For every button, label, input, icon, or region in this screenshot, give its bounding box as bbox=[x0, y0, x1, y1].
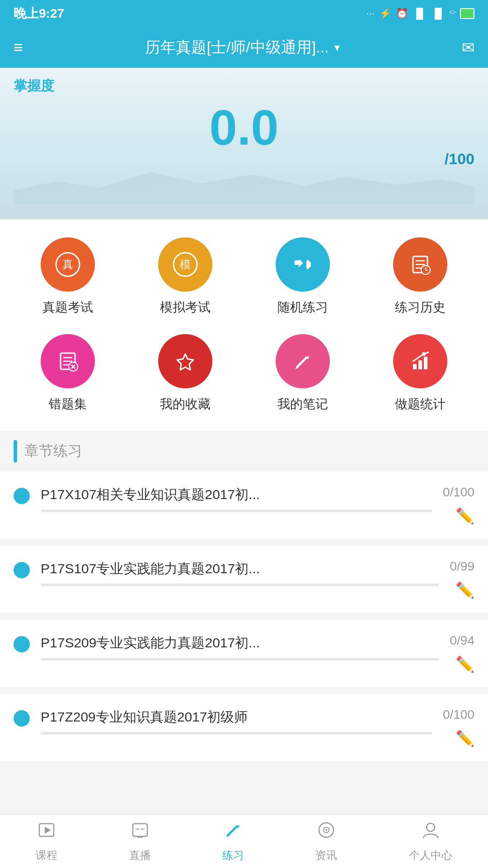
status-icons: ··· ⚡ ⏰ ▐▌ ▐▌ ⌔ ▓ bbox=[366, 8, 474, 19]
zhen-ti-icon: 真 bbox=[41, 237, 95, 292]
shou-cang-icon bbox=[158, 334, 212, 388]
icon-row-2: 错题集 我的收藏 我的笔记 bbox=[9, 334, 479, 413]
chapter-title: 章节练习 bbox=[24, 441, 82, 461]
list-text-area: P17X107相关专业知识真题2017初... bbox=[41, 485, 432, 512]
zhen-ti-label: 真题考试 bbox=[42, 299, 93, 316]
nav-ge-ren-label: 个人中心 bbox=[409, 848, 452, 863]
score-section: 掌握度 0.0 /100 bbox=[0, 68, 488, 219]
chapter-header: 章节练习 bbox=[0, 431, 488, 472]
svg-rect-23 bbox=[413, 364, 417, 369]
list-progress-bar bbox=[41, 584, 439, 586]
icon-row-1: 真 真题考试 模 模拟考试 随机练 bbox=[9, 237, 479, 316]
zhi-bo-icon bbox=[130, 820, 150, 844]
cuo-ti-icon bbox=[41, 334, 95, 388]
mo-ni-icon: 模 bbox=[158, 237, 212, 292]
chapter-bar-decoration bbox=[14, 440, 17, 462]
list-progress-bar bbox=[41, 658, 439, 660]
tong-ji-item[interactable]: 做题统计 bbox=[371, 334, 470, 413]
signal2-icon: ▐▌ bbox=[431, 8, 445, 19]
list-right: 0/94 ✏️ bbox=[450, 633, 475, 673]
shou-cang-item[interactable]: 我的收藏 bbox=[136, 334, 235, 413]
status-bar: 晚上9:27 ··· ⚡ ⏰ ▐▌ ▐▌ ⌔ ▓ bbox=[0, 0, 488, 27]
list-text-area: P17S107专业实践能力真题2017初... bbox=[41, 559, 439, 586]
status-time: 晚上9:27 bbox=[14, 5, 64, 22]
bi-ji-icon bbox=[276, 334, 330, 388]
lian-xi-svg bbox=[407, 251, 434, 278]
nav-zhi-bo[interactable]: 直播 bbox=[129, 816, 151, 867]
tong-ji-icon bbox=[393, 334, 447, 388]
list-title: P17S209专业实践能力真题2017初... bbox=[41, 633, 439, 652]
header-title-text: 历年真题[士/师/中级通用]... bbox=[145, 37, 328, 58]
list-dot bbox=[14, 636, 30, 652]
alarm-icon: ⏰ bbox=[396, 8, 408, 19]
mountain-decoration bbox=[14, 168, 474, 204]
bi-ji-label: 我的笔记 bbox=[277, 396, 328, 413]
signal1-icon: ▐▌ bbox=[413, 8, 427, 19]
mo-ni-item[interactable]: 模 模拟考试 bbox=[136, 237, 235, 316]
cuo-ti-item[interactable]: 错题集 bbox=[18, 334, 117, 413]
zhen-ti-item[interactable]: 真 真题考试 bbox=[18, 237, 117, 316]
svg-text:真: 真 bbox=[62, 259, 73, 270]
bottom-nav: 课程 直播 练习 资讯 个人中心 bbox=[0, 814, 488, 868]
svg-rect-30 bbox=[137, 836, 143, 838]
list-progress-bar bbox=[41, 509, 432, 512]
score-label: 掌握度 bbox=[14, 77, 474, 95]
svg-point-26 bbox=[422, 352, 426, 356]
list-right: 0/99 ✏️ bbox=[450, 559, 475, 599]
svg-marker-28 bbox=[45, 827, 51, 834]
menu-icon[interactable]: ≡ bbox=[14, 38, 23, 57]
wifi2-icon: ⌔ bbox=[450, 8, 455, 19]
cuo-ti-svg bbox=[54, 348, 81, 375]
svg-point-38 bbox=[325, 829, 327, 831]
nav-ge-ren[interactable]: 个人中心 bbox=[409, 816, 452, 867]
sui-ji-icon bbox=[276, 237, 330, 292]
nav-ke-cheng[interactable]: 课程 bbox=[36, 816, 57, 867]
lian-xi-history-item[interactable]: 练习历史 bbox=[371, 237, 470, 316]
bi-ji-item[interactable]: 我的笔记 bbox=[253, 334, 352, 413]
list-count: 0/99 bbox=[450, 559, 475, 574]
sui-ji-item[interactable]: 随机练习 bbox=[253, 237, 352, 316]
list-count: 0/94 bbox=[450, 633, 475, 648]
icon-grid: 真 真题考试 模 模拟考试 随机练 bbox=[0, 219, 488, 431]
list-container: P17X107相关专业知识真题2017初... 0/100 ✏️ P17S107… bbox=[0, 472, 488, 761]
nav-lian-xi-label: 练习 bbox=[222, 848, 244, 863]
zi-xun-icon bbox=[316, 820, 336, 844]
tong-ji-label: 做题统计 bbox=[395, 396, 446, 413]
svg-line-22 bbox=[296, 368, 298, 368]
sui-ji-svg bbox=[289, 251, 316, 278]
sui-ji-label: 随机练习 bbox=[277, 299, 328, 316]
nav-zi-xun[interactable]: 资讯 bbox=[315, 816, 337, 867]
list-count: 0/100 bbox=[443, 708, 474, 722]
mo-ni-label: 模拟考试 bbox=[160, 299, 211, 316]
tong-ji-svg bbox=[407, 348, 434, 375]
lian-xi-nav-icon bbox=[223, 820, 243, 844]
svg-line-19 bbox=[297, 358, 306, 367]
nav-ke-cheng-label: 课程 bbox=[36, 848, 57, 863]
list-text-area: P17Z209专业知识真题2017初级师 bbox=[41, 708, 432, 735]
list-right: 0/100 ✏️ bbox=[443, 485, 474, 525]
header-title-area[interactable]: 历年真题[士/师/中级通用]... ▾ bbox=[145, 37, 339, 58]
chevron-down-icon: ▾ bbox=[334, 41, 340, 54]
svg-marker-20 bbox=[306, 356, 309, 359]
edit-icon[interactable]: ✏️ bbox=[455, 729, 474, 747]
svg-rect-25 bbox=[424, 357, 427, 369]
list-text-area: P17S209专业实践能力真题2017初... bbox=[41, 633, 439, 660]
score-value: 0.0 bbox=[14, 100, 474, 155]
svg-marker-18 bbox=[177, 354, 193, 370]
list-title: P17Z209专业知识真题2017初级师 bbox=[41, 708, 432, 726]
svg-marker-34 bbox=[237, 825, 239, 828]
list-item[interactable]: P17S209专业实践能力真题2017初... 0/94 ✏️ bbox=[0, 620, 488, 687]
nav-lian-xi[interactable]: 练习 bbox=[222, 816, 244, 867]
edit-icon[interactable]: ✏️ bbox=[455, 507, 474, 525]
svg-point-39 bbox=[427, 823, 435, 831]
svg-line-35 bbox=[227, 835, 228, 836]
edit-icon[interactable]: ✏️ bbox=[455, 581, 474, 599]
shou-cang-label: 我的收藏 bbox=[160, 396, 211, 413]
cuo-ti-label: 错题集 bbox=[49, 396, 87, 413]
list-item[interactable]: P17Z209专业知识真题2017初级师 0/100 ✏️ bbox=[0, 694, 488, 761]
lian-xi-history-icon bbox=[393, 237, 447, 292]
list-item[interactable]: P17S107专业实践能力真题2017初... 0/99 ✏️ bbox=[0, 546, 488, 613]
edit-icon[interactable]: ✏️ bbox=[455, 655, 474, 673]
list-item[interactable]: P17X107相关专业知识真题2017初... 0/100 ✏️ bbox=[0, 472, 488, 538]
mail-icon[interactable]: ✉ bbox=[462, 38, 474, 57]
